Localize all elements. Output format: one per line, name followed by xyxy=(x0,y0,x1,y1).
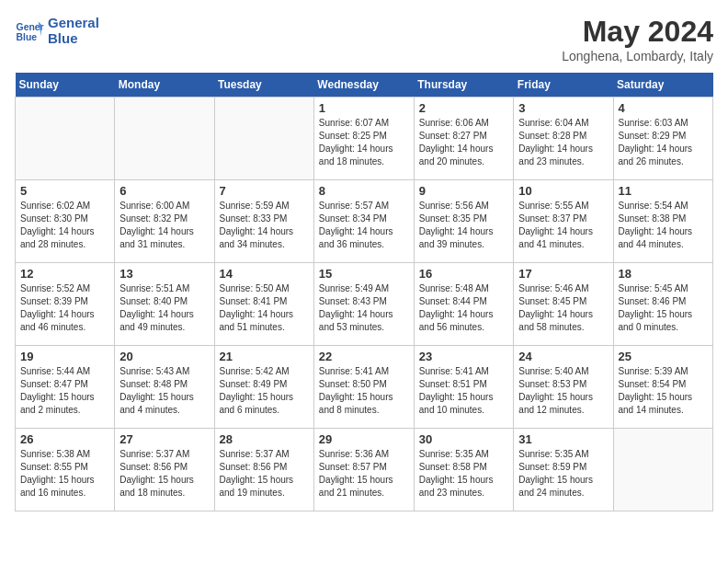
location: Longhena, Lombardy, Italy xyxy=(562,49,713,63)
day-info: Sunrise: 5:55 AM Sunset: 8:37 PM Dayligh… xyxy=(518,200,608,251)
day-info: Sunrise: 6:03 AM Sunset: 8:29 PM Dayligh… xyxy=(619,117,709,168)
day-number: 12 xyxy=(20,267,109,281)
calendar-cell xyxy=(115,98,214,180)
calendar-header-row: SundayMondayTuesdayWednesdayThursdayFrid… xyxy=(16,73,713,98)
day-number: 15 xyxy=(319,267,409,281)
day-number: 29 xyxy=(319,432,409,446)
calendar-cell: 29Sunrise: 5:36 AM Sunset: 8:57 PM Dayli… xyxy=(313,429,414,511)
week-row-3: 19Sunrise: 5:44 AM Sunset: 8:47 PM Dayli… xyxy=(16,346,713,429)
calendar-cell: 9Sunrise: 5:56 AM Sunset: 8:35 PM Daylig… xyxy=(414,180,514,263)
calendar-cell: 12Sunrise: 5:52 AM Sunset: 8:39 PM Dayli… xyxy=(16,263,115,346)
day-number: 31 xyxy=(518,432,608,446)
day-number: 3 xyxy=(518,101,608,115)
day-info: Sunrise: 5:48 AM Sunset: 8:44 PM Dayligh… xyxy=(419,282,509,334)
day-number: 9 xyxy=(419,184,509,198)
calendar-cell: 15Sunrise: 5:49 AM Sunset: 8:43 PM Dayli… xyxy=(313,263,414,346)
header-sunday: Sunday xyxy=(16,73,115,98)
calendar-table: SundayMondayTuesdayWednesdayThursdayFrid… xyxy=(15,73,713,511)
title-block: May 2024 Longhena, Lombardy, Italy xyxy=(562,15,713,63)
calendar-cell: 31Sunrise: 5:35 AM Sunset: 8:59 PM Dayli… xyxy=(514,429,613,511)
day-number: 10 xyxy=(518,184,608,198)
day-info: Sunrise: 5:41 AM Sunset: 8:50 PM Dayligh… xyxy=(319,365,409,417)
day-info: Sunrise: 6:00 AM Sunset: 8:32 PM Dayligh… xyxy=(119,200,209,251)
week-row-2: 12Sunrise: 5:52 AM Sunset: 8:39 PM Dayli… xyxy=(16,263,713,346)
day-number: 26 xyxy=(20,432,109,446)
day-number: 19 xyxy=(20,350,109,363)
calendar-cell: 2Sunrise: 6:06 AM Sunset: 8:27 PM Daylig… xyxy=(414,98,514,180)
day-info: Sunrise: 5:36 AM Sunset: 8:57 PM Dayligh… xyxy=(319,448,409,500)
header-monday: Monday xyxy=(115,73,214,98)
day-number: 8 xyxy=(319,184,409,198)
day-info: Sunrise: 5:40 AM Sunset: 8:53 PM Dayligh… xyxy=(518,365,608,417)
day-number: 24 xyxy=(518,350,608,363)
calendar-cell: 20Sunrise: 5:43 AM Sunset: 8:48 PM Dayli… xyxy=(115,346,214,429)
header-tuesday: Tuesday xyxy=(214,73,313,98)
logo: General Blue General Blue xyxy=(15,15,99,46)
day-info: Sunrise: 5:52 AM Sunset: 8:39 PM Dayligh… xyxy=(20,282,109,334)
calendar-cell: 7Sunrise: 5:59 AM Sunset: 8:33 PM Daylig… xyxy=(214,180,313,263)
logo-icon: General Blue xyxy=(15,16,44,45)
day-info: Sunrise: 5:50 AM Sunset: 8:41 PM Dayligh… xyxy=(220,282,309,334)
day-info: Sunrise: 5:49 AM Sunset: 8:43 PM Dayligh… xyxy=(319,282,409,334)
calendar-cell: 24Sunrise: 5:40 AM Sunset: 8:53 PM Dayli… xyxy=(514,346,613,429)
calendar-cell: 13Sunrise: 5:51 AM Sunset: 8:40 PM Dayli… xyxy=(115,263,214,346)
calendar-cell: 21Sunrise: 5:42 AM Sunset: 8:49 PM Dayli… xyxy=(214,346,313,429)
calendar-cell xyxy=(613,429,713,511)
calendar-cell: 28Sunrise: 5:37 AM Sunset: 8:56 PM Dayli… xyxy=(214,429,313,511)
day-info: Sunrise: 6:02 AM Sunset: 8:30 PM Dayligh… xyxy=(20,200,109,251)
day-number: 25 xyxy=(619,350,709,363)
day-number: 5 xyxy=(20,184,109,198)
calendar-cell: 18Sunrise: 5:45 AM Sunset: 8:46 PM Dayli… xyxy=(613,263,713,346)
calendar-cell: 27Sunrise: 5:37 AM Sunset: 8:56 PM Dayli… xyxy=(115,429,214,511)
calendar-cell: 26Sunrise: 5:38 AM Sunset: 8:55 PM Dayli… xyxy=(16,429,115,511)
day-info: Sunrise: 5:45 AM Sunset: 8:46 PM Dayligh… xyxy=(619,282,709,334)
day-info: Sunrise: 5:57 AM Sunset: 8:34 PM Dayligh… xyxy=(319,200,409,251)
day-info: Sunrise: 5:44 AM Sunset: 8:47 PM Dayligh… xyxy=(20,365,109,417)
day-number: 2 xyxy=(419,101,509,115)
day-number: 16 xyxy=(419,267,509,281)
day-info: Sunrise: 5:51 AM Sunset: 8:40 PM Dayligh… xyxy=(119,282,209,334)
calendar-cell: 3Sunrise: 6:04 AM Sunset: 8:28 PM Daylig… xyxy=(514,98,613,180)
header-wednesday: Wednesday xyxy=(313,73,414,98)
day-number: 14 xyxy=(220,267,309,281)
day-number: 17 xyxy=(518,267,608,281)
day-info: Sunrise: 5:35 AM Sunset: 8:58 PM Dayligh… xyxy=(419,448,509,500)
week-row-0: 1Sunrise: 6:07 AM Sunset: 8:25 PM Daylig… xyxy=(16,98,713,180)
day-info: Sunrise: 5:38 AM Sunset: 8:55 PM Dayligh… xyxy=(20,448,109,500)
calendar-cell: 23Sunrise: 5:41 AM Sunset: 8:51 PM Dayli… xyxy=(414,346,514,429)
day-info: Sunrise: 5:39 AM Sunset: 8:54 PM Dayligh… xyxy=(619,365,709,417)
logo-line2: Blue xyxy=(48,30,99,46)
day-number: 4 xyxy=(619,101,709,115)
day-number: 11 xyxy=(619,184,709,198)
calendar-cell: 14Sunrise: 5:50 AM Sunset: 8:41 PM Dayli… xyxy=(214,263,313,346)
day-info: Sunrise: 5:42 AM Sunset: 8:49 PM Dayligh… xyxy=(220,365,309,417)
day-number: 6 xyxy=(119,184,209,198)
week-row-4: 26Sunrise: 5:38 AM Sunset: 8:55 PM Dayli… xyxy=(16,429,713,511)
calendar-cell: 22Sunrise: 5:41 AM Sunset: 8:50 PM Dayli… xyxy=(313,346,414,429)
calendar-cell xyxy=(16,98,115,180)
day-info: Sunrise: 5:43 AM Sunset: 8:48 PM Dayligh… xyxy=(119,365,209,417)
week-row-1: 5Sunrise: 6:02 AM Sunset: 8:30 PM Daylig… xyxy=(16,180,713,263)
day-number: 28 xyxy=(220,432,309,446)
calendar-cell: 11Sunrise: 5:54 AM Sunset: 8:38 PM Dayli… xyxy=(613,180,713,263)
day-number: 18 xyxy=(619,267,709,281)
page-header: General Blue General Blue May 2024 Longh… xyxy=(15,15,713,63)
day-info: Sunrise: 5:59 AM Sunset: 8:33 PM Dayligh… xyxy=(220,200,309,251)
month-title: May 2024 xyxy=(562,15,713,49)
day-info: Sunrise: 5:41 AM Sunset: 8:51 PM Dayligh… xyxy=(419,365,509,417)
calendar-cell xyxy=(214,98,313,180)
day-info: Sunrise: 5:54 AM Sunset: 8:38 PM Dayligh… xyxy=(619,200,709,251)
day-number: 1 xyxy=(319,101,409,115)
calendar-cell: 10Sunrise: 5:55 AM Sunset: 8:37 PM Dayli… xyxy=(514,180,613,263)
calendar-cell: 25Sunrise: 5:39 AM Sunset: 8:54 PM Dayli… xyxy=(613,346,713,429)
header-saturday: Saturday xyxy=(613,73,713,98)
svg-text:Blue: Blue xyxy=(17,32,38,42)
calendar-cell: 6Sunrise: 6:00 AM Sunset: 8:32 PM Daylig… xyxy=(115,180,214,263)
day-number: 23 xyxy=(419,350,509,363)
logo-line1: General xyxy=(48,15,99,30)
calendar-cell: 16Sunrise: 5:48 AM Sunset: 8:44 PM Dayli… xyxy=(414,263,514,346)
day-info: Sunrise: 5:37 AM Sunset: 8:56 PM Dayligh… xyxy=(220,448,309,500)
day-number: 21 xyxy=(220,350,309,363)
day-info: Sunrise: 5:46 AM Sunset: 8:45 PM Dayligh… xyxy=(518,282,608,334)
day-number: 30 xyxy=(419,432,509,446)
